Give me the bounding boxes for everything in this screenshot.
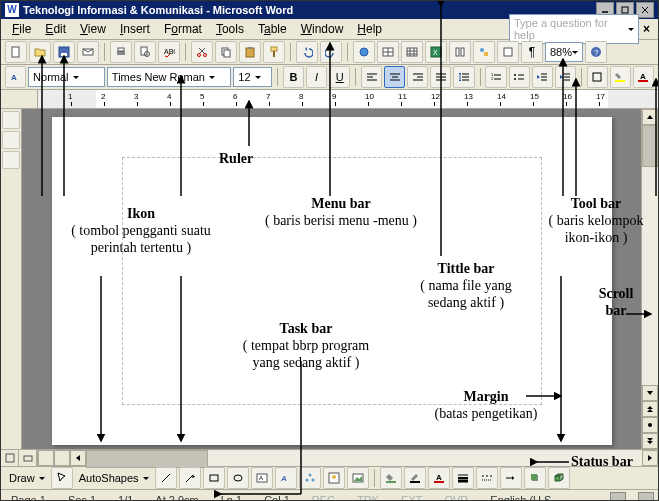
- side-button-1[interactable]: [2, 111, 20, 129]
- copy-button[interactable]: [215, 41, 237, 63]
- line-style-button[interactable]: [452, 467, 474, 489]
- email-button[interactable]: [77, 41, 99, 63]
- svg-rect-9: [118, 48, 124, 51]
- horizontal-ruler[interactable]: 1234567891011121314151617: [38, 90, 658, 108]
- drawing-toggle-button[interactable]: [473, 41, 495, 63]
- tables-button[interactable]: [377, 41, 399, 63]
- fill-color-button[interactable]: [380, 467, 402, 489]
- spellcheck-button[interactable]: ABC: [158, 41, 180, 63]
- fontsize-combo[interactable]: 12: [233, 67, 272, 87]
- scroll-down-button[interactable]: [642, 385, 658, 401]
- open-button[interactable]: [29, 41, 51, 63]
- document-page[interactable]: [52, 117, 612, 445]
- excel-button[interactable]: X: [425, 41, 447, 63]
- menu-file[interactable]: File: [5, 20, 38, 38]
- font-color-draw-button[interactable]: A: [428, 467, 450, 489]
- print-view-button[interactable]: [38, 450, 54, 466]
- align-justify-button[interactable]: [430, 66, 451, 88]
- style-combo[interactable]: Normal: [28, 67, 105, 87]
- textbox-button[interactable]: A: [251, 467, 273, 489]
- highlight-button[interactable]: [610, 66, 631, 88]
- ruler-bar: 1234567891011121314151617: [1, 90, 658, 109]
- status-icon-1[interactable]: [610, 492, 626, 501]
- menu-insert[interactable]: Insert: [113, 20, 157, 38]
- align-right-button[interactable]: [407, 66, 428, 88]
- arrow-style-button[interactable]: [500, 467, 522, 489]
- browse-object-button[interactable]: [642, 417, 658, 433]
- 3d-button[interactable]: [548, 467, 570, 489]
- print-button[interactable]: [110, 41, 132, 63]
- docmap-button[interactable]: [497, 41, 519, 63]
- line-color-button[interactable]: [404, 467, 426, 489]
- paragraph-marks-button[interactable]: ¶: [521, 41, 543, 63]
- paste-button[interactable]: [239, 41, 261, 63]
- insert-table-button[interactable]: [401, 41, 423, 63]
- help-button[interactable]: ?: [585, 41, 607, 63]
- menu-edit[interactable]: Edit: [38, 20, 73, 38]
- close-doc-button[interactable]: ×: [643, 22, 650, 36]
- help-search[interactable]: Type a question for help: [509, 14, 639, 44]
- clipart-button[interactable]: [323, 467, 345, 489]
- menu-tools[interactable]: Tools: [209, 20, 251, 38]
- page-margin: [122, 157, 542, 405]
- decrease-indent-button[interactable]: [532, 66, 553, 88]
- web-view-button[interactable]: [19, 450, 37, 466]
- bold-button[interactable]: B: [283, 66, 304, 88]
- status-icon-2[interactable]: [638, 492, 654, 501]
- select-objects-button[interactable]: [51, 467, 73, 489]
- redo-button[interactable]: [320, 41, 342, 63]
- autoshapes-menu[interactable]: AutoShapes: [75, 469, 153, 487]
- next-page-button[interactable]: [642, 433, 658, 449]
- menu-view[interactable]: View: [73, 20, 113, 38]
- outline-view-button[interactable]: [54, 450, 70, 466]
- line-button[interactable]: [155, 467, 177, 489]
- dash-style-button[interactable]: [476, 467, 498, 489]
- columns-button[interactable]: [449, 41, 471, 63]
- shadow-button[interactable]: [524, 467, 546, 489]
- hscroll-thumb[interactable]: [86, 450, 208, 468]
- underline-button[interactable]: U: [329, 66, 350, 88]
- menu-help[interactable]: Help: [350, 20, 389, 38]
- prev-page-button[interactable]: [642, 401, 658, 417]
- print-preview-button[interactable]: [134, 41, 156, 63]
- draw-menu[interactable]: Draw: [5, 469, 49, 487]
- menu-format[interactable]: Format: [157, 20, 209, 38]
- styles-pane-button[interactable]: A: [5, 66, 26, 88]
- scroll-up-button[interactable]: [642, 109, 658, 125]
- undo-button[interactable]: [296, 41, 318, 63]
- align-left-button[interactable]: [361, 66, 382, 88]
- side-button-2[interactable]: [2, 131, 20, 149]
- horizontal-scrollbar[interactable]: [1, 449, 658, 466]
- oval-button[interactable]: [227, 467, 249, 489]
- new-doc-button[interactable]: [5, 41, 27, 63]
- svg-point-59: [514, 74, 516, 76]
- save-button[interactable]: [53, 41, 75, 63]
- font-color-button[interactable]: A: [633, 66, 654, 88]
- increase-indent-button[interactable]: [555, 66, 576, 88]
- menu-table[interactable]: Table: [251, 20, 294, 38]
- numbering-button[interactable]: 12: [485, 66, 506, 88]
- scroll-left-button[interactable]: [70, 450, 86, 466]
- scroll-right-button[interactable]: [642, 450, 658, 466]
- wordart-button[interactable]: A: [275, 467, 297, 489]
- bullets-button[interactable]: [509, 66, 530, 88]
- line-spacing-button[interactable]: [453, 66, 474, 88]
- align-center-button[interactable]: [384, 66, 405, 88]
- zoom-combo[interactable]: 88%: [545, 42, 583, 62]
- format-painter-button[interactable]: [263, 41, 285, 63]
- cut-button[interactable]: [191, 41, 213, 63]
- rectangle-button[interactable]: [203, 467, 225, 489]
- borders-button[interactable]: [587, 66, 608, 88]
- diagram-button[interactable]: [299, 467, 321, 489]
- italic-button[interactable]: I: [306, 66, 327, 88]
- arrow-button[interactable]: [179, 467, 201, 489]
- menu-window[interactable]: Window: [294, 20, 351, 38]
- picture-button[interactable]: [347, 467, 369, 489]
- vertical-scrollbar[interactable]: [641, 109, 658, 449]
- font-combo[interactable]: Times New Roman: [107, 67, 231, 87]
- scroll-thumb[interactable]: [642, 125, 658, 167]
- normal-view-button[interactable]: [1, 450, 19, 466]
- insert-hyperlink-button[interactable]: [353, 41, 375, 63]
- side-button-3[interactable]: [2, 151, 20, 169]
- svg-point-21: [360, 48, 368, 56]
